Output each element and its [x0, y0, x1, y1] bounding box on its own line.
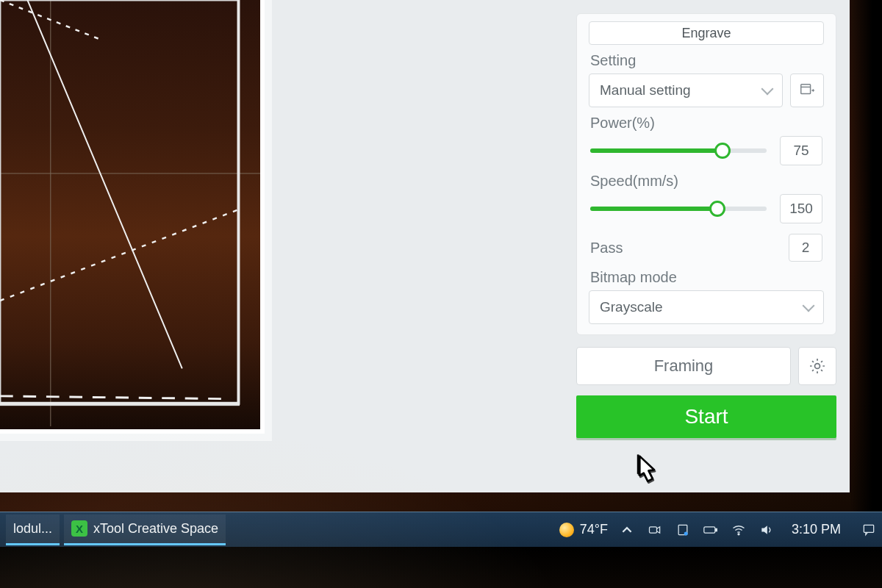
taskbar: lodul... X xTool Creative Space 74°F: [0, 512, 882, 547]
taskbar-item-1[interactable]: lodul...: [6, 514, 60, 545]
design-artwork: [0, 0, 260, 426]
svg-rect-11: [649, 526, 656, 532]
power-slider-thumb[interactable]: [714, 143, 731, 159]
svg-line-8: [0, 396, 232, 399]
power-value: 75: [793, 143, 808, 159]
start-button[interactable]: Start: [576, 395, 836, 438]
svg-rect-2: [0, 0, 238, 405]
canvas-pane: [0, 0, 272, 441]
tray-overflow-button[interactable]: [620, 523, 634, 537]
speaker-icon: [759, 523, 774, 537]
power-label: Power(%): [590, 115, 824, 132]
setting-select-value: Manual setting: [600, 82, 691, 98]
app-window: Engrave Setting Manual setting: [0, 0, 850, 492]
xtool-app-icon: X: [71, 520, 87, 537]
speed-value: 150: [789, 201, 813, 217]
bitmap-mode-label: Bitmap mode: [590, 269, 824, 286]
pass-value: 2: [802, 240, 810, 256]
svg-point-13: [684, 531, 688, 535]
wifi-glyph-icon: [731, 523, 746, 537]
setting-label: Setting: [590, 52, 824, 69]
camera-icon: [648, 523, 662, 537]
framing-button[interactable]: Framing: [576, 347, 791, 385]
setting-select[interactable]: Manual setting: [589, 74, 783, 107]
system-tray: 3:10 PM: [620, 522, 876, 537]
battery-glyph-icon: [703, 525, 718, 535]
battery-icon[interactable]: [703, 523, 718, 537]
taskbar-weather[interactable]: 74°F: [552, 514, 615, 545]
news-interests-icon[interactable]: [675, 523, 690, 537]
svg-rect-17: [864, 525, 873, 532]
notification-icon: [861, 523, 876, 537]
export-icon: [799, 82, 815, 98]
export-settings-button[interactable]: [790, 74, 824, 107]
chevron-down-icon: [803, 300, 815, 312]
framing-label: Framing: [654, 356, 714, 376]
speed-slider-thumb[interactable]: [709, 201, 725, 217]
taskbar-item-1-label: lodul...: [13, 521, 52, 537]
page-icon: [675, 523, 690, 537]
taskbar-item-xtool[interactable]: X xTool Creative Space: [64, 514, 226, 545]
monitor-bezel-right: [850, 0, 882, 512]
settings-panel: Engrave Setting Manual setting: [566, 0, 850, 492]
engrave-card: Engrave Setting Manual setting: [576, 13, 836, 335]
chevron-down-icon: [761, 83, 774, 96]
pass-label: Pass: [590, 240, 623, 257]
workspace-gap: [272, 0, 566, 492]
action-center-button[interactable]: [861, 523, 876, 537]
meet-now-icon[interactable]: [648, 523, 662, 537]
power-slider-fill: [590, 148, 723, 153]
processing-mode-label: Engrave: [681, 26, 731, 41]
processing-mode-select[interactable]: Engrave: [589, 21, 824, 45]
gear-icon: [808, 356, 827, 376]
weather-temp: 74°F: [580, 522, 608, 537]
bitmap-mode-select[interactable]: Grayscale: [589, 290, 824, 324]
speed-value-input[interactable]: 150: [780, 194, 822, 223]
volume-icon[interactable]: [759, 523, 774, 537]
svg-line-7: [0, 209, 238, 301]
bitmap-mode-value: Grayscale: [600, 299, 663, 315]
taskbar-clock[interactable]: 3:10 PM: [792, 522, 841, 537]
speed-slider-fill: [590, 207, 717, 211]
svg-rect-15: [716, 528, 717, 531]
svg-point-10: [815, 364, 820, 369]
chevron-up-icon: [622, 525, 632, 535]
taskbar-item-xtool-label: xTool Creative Space: [93, 521, 218, 537]
monitor-bezel-bottom: [0, 547, 882, 588]
speed-slider[interactable]: [590, 207, 767, 211]
svg-rect-14: [704, 526, 715, 532]
svg-rect-9: [801, 85, 811, 94]
power-slider[interactable]: [590, 148, 767, 153]
pass-value-input[interactable]: 2: [789, 234, 822, 262]
power-value-input[interactable]: 75: [780, 136, 822, 165]
start-label: Start: [684, 405, 728, 429]
weather-sun-icon: [559, 523, 574, 537]
framing-settings-button[interactable]: [798, 347, 836, 385]
canvas-preview[interactable]: [0, 0, 265, 434]
speed-label: Speed(mm/s): [590, 173, 824, 190]
wifi-icon[interactable]: [731, 523, 746, 537]
svg-point-16: [738, 533, 739, 534]
